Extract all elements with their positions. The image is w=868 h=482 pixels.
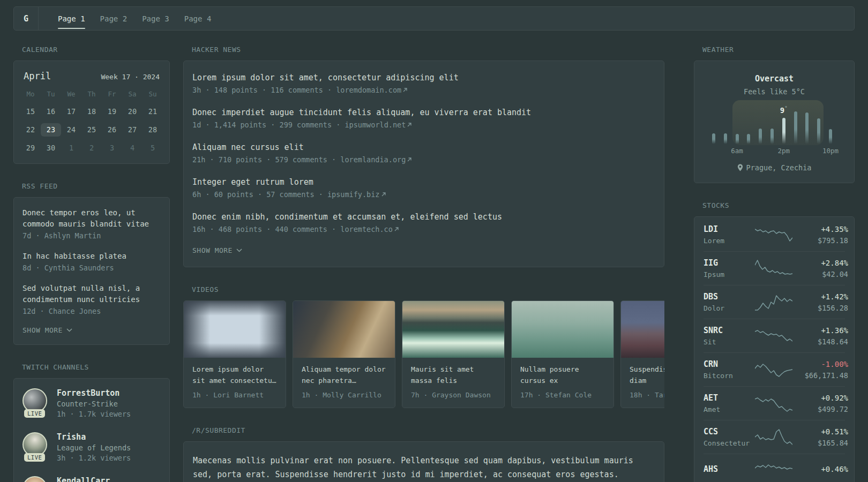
calendar-month: April bbox=[24, 71, 51, 81]
video-card[interactable]: Lorem ipsum dolor sit amet consectetu… 1… bbox=[183, 300, 286, 408]
stock-row[interactable]: CCS Consectetur +0.51% $165.84 bbox=[704, 420, 845, 454]
twitch-widget: TWITCH CHANNELS LIVE ForrestBurton Count… bbox=[13, 363, 170, 482]
nav-tab[interactable]: Page 3 bbox=[134, 7, 177, 30]
stock-price: $795.18 bbox=[792, 236, 848, 245]
rss-item-meta: 12d · Chance Jones bbox=[23, 307, 161, 315]
twitch-channel-info: ForrestBurton Counter-Strike 1h · 1.7k v… bbox=[57, 388, 131, 418]
twitch-channel-name[interactable]: KendallCarr bbox=[57, 476, 110, 482]
video-title[interactable]: Suspendisse potenti diam bbox=[630, 364, 664, 387]
stock-values: +0.46% bbox=[792, 465, 848, 476]
stock-row[interactable]: LDI Lorem +4.35% $795.18 bbox=[704, 218, 845, 251]
hackernews-item: Donec enim nibh, condimentum et accumsan… bbox=[192, 212, 655, 234]
twitch-channel-info: Trisha League of Legends 3h · 1.2k viewe… bbox=[57, 432, 131, 462]
rss-widget-title: RSS FEED bbox=[22, 182, 170, 190]
stock-row[interactable]: SNRC Sit +1.36% $148.64 bbox=[704, 319, 845, 352]
weather-bar bbox=[794, 111, 797, 144]
app-logo: G bbox=[14, 7, 39, 30]
nav-tab[interactable]: Page 4 bbox=[177, 7, 219, 30]
video-card[interactable]: Mauris sit amet massa felis 7h · Grayson… bbox=[402, 300, 505, 408]
video-card-body: Aliquam tempor dolor nec pharetra… 1h · … bbox=[293, 358, 395, 408]
hackernews-item-meta: 16h · 468 points · 440 comments · loremt… bbox=[192, 225, 655, 234]
stocks-widget: STOCKS LDI Lorem +4.35% $795.18 IIG Ipsu… bbox=[694, 201, 855, 482]
stock-row[interactable]: IIG Ipsum +2.84% $42.04 bbox=[704, 251, 845, 285]
video-thumbnail[interactable] bbox=[293, 301, 395, 358]
stock-change: +2.84% bbox=[792, 259, 848, 267]
hackernews-item-domain-link[interactable]: ipsumify.biz bbox=[327, 190, 380, 199]
twitch-channel-row[interactable]: LIVE Trisha League of Legends 3h · 1.2k … bbox=[23, 432, 161, 462]
hackernews-item-domain-link[interactable]: loremdomain.com bbox=[336, 86, 401, 94]
stock-sparkline bbox=[755, 360, 792, 379]
weather-peak-temp: 9° bbox=[780, 106, 788, 115]
video-title[interactable]: Aliquam tempor dolor nec pharetra… bbox=[302, 364, 386, 387]
video-title[interactable]: Lorem ipsum dolor sit amet consectetu… bbox=[192, 364, 277, 387]
twitch-channel-row[interactable]: KendallCarr bbox=[23, 476, 161, 482]
video-thumbnail[interactable] bbox=[621, 301, 664, 358]
live-badge: LIVE bbox=[24, 453, 45, 462]
calendar-grid: MoTuWeThFrSaSu15161718192021222324252627… bbox=[14, 88, 169, 163]
external-link-icon bbox=[407, 122, 412, 127]
twitch-channel-name[interactable]: ForrestBurton bbox=[57, 388, 131, 398]
twitch-avatar-wrap bbox=[23, 476, 48, 482]
nav-tab[interactable]: Page 2 bbox=[93, 7, 135, 30]
stock-change: +0.51% bbox=[792, 427, 848, 436]
stock-id: DBS Dolor bbox=[704, 292, 755, 312]
hackernews-item-meta-text: 16h · 468 points · 440 comments · bbox=[192, 225, 340, 234]
hackernews-item-title[interactable]: Donec imperdiet augue tincidunt felis al… bbox=[192, 108, 655, 117]
hackernews-item-title[interactable]: Donec enim nibh, condimentum et accumsan… bbox=[192, 212, 655, 222]
twitch-channel-name[interactable]: Trisha bbox=[57, 432, 131, 442]
rss-list: Donec tempor eros leo, ut commodo mauris… bbox=[23, 207, 161, 315]
calendar-day-cell: 23 bbox=[41, 123, 61, 137]
stock-sparkline bbox=[755, 427, 792, 447]
video-thumbnail[interactable] bbox=[402, 301, 504, 358]
stock-sparkline bbox=[755, 225, 792, 244]
hackernews-item-title[interactable]: Lorem ipsum dolor sit amet, consectetur … bbox=[192, 73, 655, 82]
hackernews-item-domain-link[interactable]: loremtech.co bbox=[340, 225, 393, 234]
video-thumbnail[interactable] bbox=[184, 301, 286, 358]
video-title[interactable]: Nullam posuere cursus ex bbox=[520, 364, 605, 387]
videos-carousel: Lorem ipsum dolor sit amet consectetu… 1… bbox=[183, 300, 664, 408]
nav-tab[interactable]: Page 1 bbox=[50, 7, 93, 30]
hackernews-item-domain-link[interactable]: loremlandia.org bbox=[340, 155, 406, 164]
video-card[interactable]: Suspendisse potenti diam 18h · Tara bbox=[620, 300, 664, 408]
video-card[interactable]: Aliquam tempor dolor nec pharetra… 1h · … bbox=[293, 300, 395, 408]
stock-id: CRN Bitcorn bbox=[704, 359, 755, 380]
left-column: CALENDAR April Week 17 · 2024 MoTuWeThFr… bbox=[13, 46, 170, 482]
hackernews-item: Lorem ipsum dolor sit amet, consectetur … bbox=[192, 73, 655, 94]
rss-item-title[interactable]: Sed volutpat nulla nisl, a condimentum n… bbox=[23, 283, 161, 305]
stock-name: Sit bbox=[704, 338, 755, 346]
nav-tab-label: Page 2 bbox=[100, 14, 128, 23]
hackernews-item-title[interactable]: Aliquam nec cursus elit bbox=[192, 142, 655, 152]
stock-row[interactable]: AET Amet +0.92% $499.72 bbox=[704, 386, 845, 420]
video-thumbnail[interactable] bbox=[512, 301, 613, 358]
weather-daylight-highlight bbox=[732, 100, 824, 145]
stock-row[interactable]: DBS Dolor +1.42% $156.28 bbox=[704, 285, 845, 319]
stock-row[interactable]: AHS +0.46% bbox=[704, 454, 845, 482]
hackernews-item-meta: 21h · 710 points · 579 comments · loreml… bbox=[192, 155, 655, 164]
weather-feels-like: Feels like 5°C bbox=[694, 87, 854, 96]
rss-show-more-button[interactable]: SHOW MORE bbox=[23, 326, 72, 334]
hackernews-widget-title: HACKER NEWS bbox=[192, 46, 664, 54]
video-meta: 7h · Grayson Dawson bbox=[411, 391, 496, 399]
hackernews-item-meta: 6h · 60 points · 57 comments · ipsumify.… bbox=[192, 190, 655, 199]
calendar-day-cell: 20 bbox=[122, 105, 143, 118]
rss-item-title[interactable]: Donec tempor eros leo, ut commodo mauris… bbox=[23, 207, 161, 230]
weather-bar bbox=[759, 129, 762, 144]
weather-bar bbox=[817, 118, 820, 144]
stock-price: $156.28 bbox=[792, 304, 848, 312]
rss-item-title[interactable]: In hac habitasse platea bbox=[23, 251, 161, 262]
weather-widget: WEATHER Overcast Feels like 5°C 9° 6am2p… bbox=[694, 46, 855, 183]
stock-name: Ipsum bbox=[704, 270, 755, 278]
twitch-channel-row[interactable]: LIVE ForrestBurton Counter-Strike 1h · 1… bbox=[23, 388, 161, 418]
weather-time-label: 2pm bbox=[778, 147, 790, 155]
weather-bar bbox=[747, 134, 750, 144]
stock-row[interactable]: CRN Bitcorn -1.00% $66,171.48 bbox=[704, 352, 845, 386]
subreddit-post-title[interactable]: Maecenas mollis pulvinar erat non posuer… bbox=[193, 454, 655, 482]
video-card[interactable]: Nullam posuere cursus ex 17h · Stefan Co… bbox=[511, 300, 614, 408]
hackernews-item-meta-text: 6h · 60 points · 57 comments · bbox=[192, 190, 327, 199]
hackernews-item-domain-link[interactable]: ipsumworld.net bbox=[345, 120, 406, 129]
stock-id: IIG Ipsum bbox=[704, 258, 755, 278]
hackernews-show-more-button[interactable]: SHOW MORE bbox=[192, 246, 242, 254]
hackernews-item-title[interactable]: Integer eget rutrum lorem bbox=[192, 177, 655, 187]
video-title[interactable]: Mauris sit amet massa felis bbox=[411, 364, 496, 387]
calendar-day-cell: 26 bbox=[102, 123, 122, 137]
